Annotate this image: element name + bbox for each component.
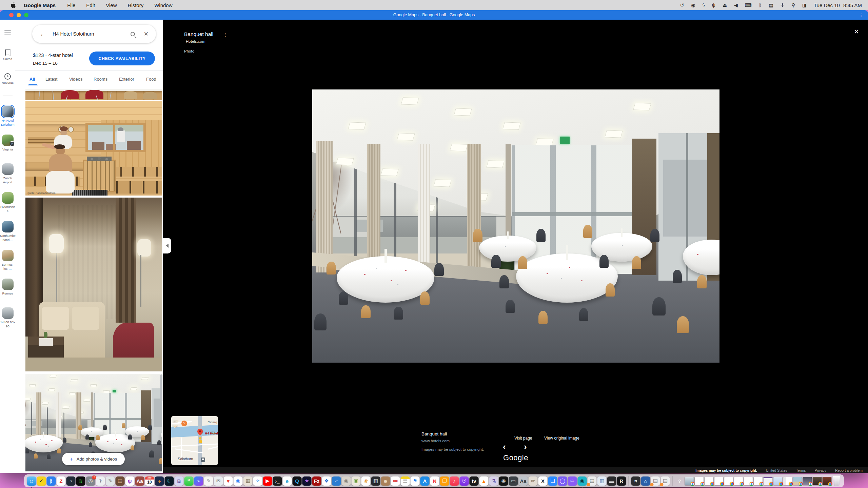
minimized-doc-window[interactable] bbox=[695, 477, 704, 485]
dock-dvd-player-icon[interactable]: ◉ bbox=[342, 476, 351, 486]
dock-home-app-icon[interactable]: ⌂ bbox=[641, 476, 650, 486]
dock-edge-icon[interactable]: e bbox=[283, 476, 292, 486]
minimized-doc-window[interactable] bbox=[705, 477, 714, 485]
dock-mail-icon[interactable]: ✉ bbox=[214, 476, 223, 486]
zoom-window-button[interactable] bbox=[24, 13, 28, 17]
dock-notes-pencil-icon[interactable]: ✎ bbox=[204, 476, 213, 486]
dock-google-maps-icon[interactable]: ▼ bbox=[224, 476, 233, 486]
eject-icon[interactable]: ⏏ bbox=[723, 0, 727, 10]
close-viewer-icon[interactable]: ✕ bbox=[854, 28, 859, 36]
footer-link-terms[interactable]: Terms bbox=[796, 468, 806, 472]
airdrop-icon[interactable]: ✛ bbox=[781, 0, 785, 10]
dock-kindle-icon[interactable]: ☾ bbox=[165, 476, 174, 486]
dock-reminders-icon[interactable]: ≔ bbox=[391, 476, 400, 486]
tab-food[interactable]: Food bbox=[146, 77, 156, 82]
map-inset[interactable]: Y Bar nge Ritterq Aare H4 Hotel Solothur… bbox=[171, 416, 218, 465]
minimized-frame-window[interactable] bbox=[813, 477, 822, 485]
photo-thumbnail-sauna[interactable]: Quelle: Ramada Solothurn bbox=[25, 101, 162, 196]
minimized-beach-window[interactable] bbox=[793, 477, 802, 485]
dock-messenger-icon[interactable]: ⌁ bbox=[194, 476, 203, 486]
dock-terminal-icon[interactable]: ›_ bbox=[273, 476, 282, 486]
search-box[interactable]: ← H4 Hotel Solothurn ✕ bbox=[32, 25, 156, 43]
window-title-bar[interactable]: Google Maps - Banquet hall - Google Maps… bbox=[0, 10, 868, 20]
back-arrow-icon[interactable]: ← bbox=[40, 30, 46, 38]
clear-search-icon[interactable]: ✕ bbox=[144, 30, 149, 38]
sidebar-place-virginia[interactable]: 2Virginia bbox=[0, 135, 15, 151]
dock-font-book-icon[interactable]: Aa bbox=[519, 476, 528, 486]
dock-apple-maps-icon[interactable]: ⚑ bbox=[411, 476, 420, 486]
input-source-icon[interactable]: ⌨ bbox=[745, 0, 752, 10]
dock-contacts-icon[interactable]: ☻ bbox=[381, 476, 390, 486]
dock-dictionary-icon[interactable]: Aa bbox=[135, 476, 144, 486]
control-center-icon[interactable]: ◨ bbox=[802, 0, 807, 10]
minimized-doc-window[interactable] bbox=[754, 477, 763, 485]
check-availability-button[interactable]: CHECK AVAILABILITY bbox=[89, 52, 155, 65]
sidebar-place-bormes-les-mimosas[interactable]: Bormes-les-… bbox=[0, 250, 15, 271]
footer-link-privacy[interactable]: Privacy bbox=[814, 468, 826, 472]
sidebar-place-northumberland[interactable]: Northumberland… bbox=[0, 221, 15, 242]
search-icon[interactable] bbox=[131, 32, 135, 36]
dock-openoffice-icon[interactable]: ∽ bbox=[332, 476, 341, 486]
footer-link-united-states[interactable]: United States bbox=[766, 468, 787, 472]
dock-star-app-icon[interactable]: ★ bbox=[302, 476, 312, 486]
collapse-panel-handle[interactable] bbox=[163, 238, 171, 253]
dock-webcam-app-icon[interactable]: ◉ bbox=[578, 476, 587, 486]
dock-things-icon[interactable]: ✓ bbox=[37, 476, 46, 486]
battery-icon[interactable]: ▤ bbox=[769, 0, 773, 10]
panel-scrollbar[interactable] bbox=[160, 374, 162, 402]
dock-loom-icon[interactable]: ◯ bbox=[558, 476, 567, 486]
dock-messages-icon[interactable]: ❝ bbox=[184, 476, 194, 486]
dock-zoom-icon[interactable]: ❑ bbox=[548, 476, 557, 486]
dock-disk-utility-icon[interactable]: ✎ bbox=[106, 476, 115, 486]
sidebar-place-oxfordshire[interactable]: Oxfordshire bbox=[0, 192, 15, 213]
dock-notes-icon[interactable]: ☰ bbox=[401, 476, 410, 486]
dock-printer-2-icon[interactable]: ▤ bbox=[661, 476, 670, 486]
previous-photo-arrow[interactable]: ‹ bbox=[503, 443, 506, 451]
dock-voice-app-icon[interactable]: ♒ bbox=[568, 476, 577, 486]
tab-videos[interactable]: Videos bbox=[69, 77, 83, 82]
footer-link-report-a-problem[interactable]: Report a problem bbox=[835, 468, 863, 472]
minimized-doc-window[interactable] bbox=[724, 477, 733, 485]
dock-radar-icon[interactable]: ◎1 bbox=[86, 476, 95, 486]
dock-safari-icon[interactable]: ✧ bbox=[253, 476, 262, 486]
dock-health-icon[interactable]: ⚕ bbox=[96, 476, 105, 486]
dock-drawing-app-icon[interactable]: ❖ bbox=[322, 476, 331, 486]
dock-print-center-icon[interactable]: ▥ bbox=[597, 476, 607, 486]
record-icon[interactable]: ◉ bbox=[691, 0, 695, 10]
dock-dark-window-app-icon[interactable]: ▭ bbox=[509, 476, 518, 486]
minimize-window-button[interactable] bbox=[17, 13, 21, 17]
apple-icon[interactable] bbox=[11, 2, 16, 8]
tab-rooms[interactable]: Rooms bbox=[94, 77, 107, 82]
dock-x11-icon[interactable]: X bbox=[538, 476, 548, 486]
dock-calendar-icon[interactable]: DEC10 bbox=[145, 476, 154, 486]
dock-youtube-icon[interactable]: ▶ bbox=[263, 476, 272, 486]
dock-vinyl-app-icon[interactable]: ◉ bbox=[499, 476, 508, 486]
menu-history[interactable]: History bbox=[127, 2, 143, 8]
dock-filezilla-icon[interactable]: Fz bbox=[312, 476, 321, 486]
dock-r-app-icon[interactable]: R bbox=[617, 476, 626, 486]
minimized-person-window[interactable] bbox=[803, 477, 812, 485]
sidebar-item-saved[interactable]: Saved bbox=[0, 49, 15, 61]
dock-gimp-icon[interactable]: ✏ bbox=[529, 476, 538, 486]
dock-quicktime-icon[interactable]: Q bbox=[293, 476, 302, 486]
dock-wallet-icon[interactable]: ▤ bbox=[116, 476, 125, 486]
volume-icon[interactable]: ◀ bbox=[734, 0, 738, 10]
dock-finder-icon[interactable]: ☺ bbox=[27, 476, 36, 486]
photo-thumbnail-conference[interactable] bbox=[25, 89, 162, 100]
map-pegman[interactable] bbox=[199, 437, 202, 443]
hamburger-menu-icon[interactable] bbox=[4, 30, 11, 35]
menu-file[interactable]: File bbox=[67, 2, 75, 8]
time-machine-icon[interactable]: ↺ bbox=[680, 0, 684, 10]
minimized-finder-window[interactable] bbox=[783, 477, 792, 485]
dock-audio-editor-icon[interactable]: ≋ bbox=[76, 476, 85, 486]
dock-keychain-access-icon[interactable]: ¤ bbox=[631, 476, 640, 486]
spotlight-icon[interactable]: ⚲ bbox=[791, 0, 795, 10]
trash-icon[interactable] bbox=[832, 476, 841, 486]
dock-missing-app-icon[interactable]: ? bbox=[675, 476, 684, 486]
close-window-button[interactable] bbox=[9, 13, 14, 17]
window-overflow-icon[interactable]: ⋮ bbox=[859, 13, 863, 18]
tab-exterior[interactable]: Exterior bbox=[119, 77, 134, 82]
dock-apple-tv-icon[interactable]: tv bbox=[470, 476, 479, 486]
dock-bbedit-icon[interactable]: B bbox=[175, 476, 184, 486]
view-original-link[interactable]: View original image bbox=[544, 436, 579, 441]
